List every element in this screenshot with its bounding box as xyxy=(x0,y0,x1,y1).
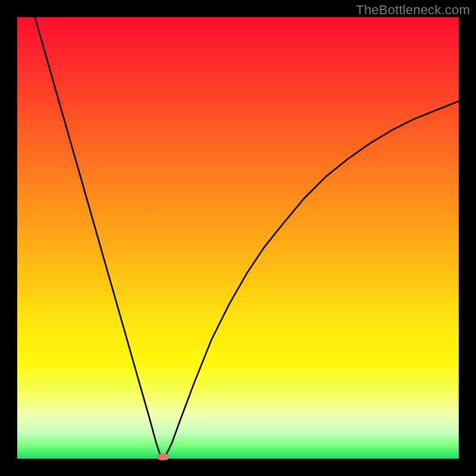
plot-area xyxy=(17,17,459,459)
watermark-text: TheBottleneck.com xyxy=(356,2,470,18)
bottleneck-curve xyxy=(35,17,459,456)
curve-svg xyxy=(17,17,459,459)
chart-frame: TheBottleneck.com xyxy=(0,0,476,476)
minimum-marker xyxy=(157,454,169,461)
